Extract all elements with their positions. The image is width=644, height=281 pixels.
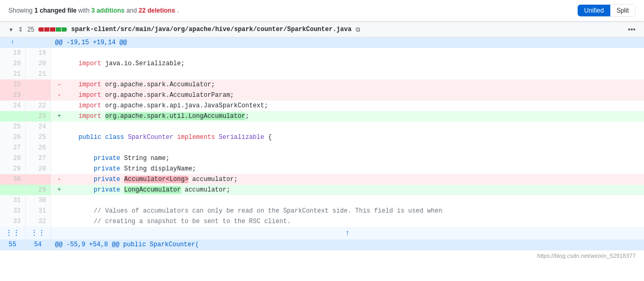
period: . [177,7,178,14]
line-num-left: 27 [0,143,25,153]
comment: // Values of accumulators can only be re… [94,207,442,215]
table-row: 19 19 [0,48,644,58]
table-row: 22 - import org.apache.spark.Accumulator… [0,79,644,90]
table-row: 32 31 // Values of accumulators can only… [0,206,644,216]
expand-row[interactable]: ⋮⋮ ⋮⋮ ↑ [0,227,644,239]
line-num-left: 22 [0,79,25,90]
table-row: 23 + import org.apache.spark.util.LongAc… [0,111,644,122]
sign [55,69,64,79]
sign [55,164,64,174]
line-num-left: 25 [0,122,25,132]
unified-button[interactable]: Unified [578,5,610,16]
line-content: private String displayName; [51,164,644,174]
keyword: private [94,176,120,183]
line-content [51,143,644,153]
sign [55,195,64,206]
additions-count: 3 additions [91,7,124,14]
line-content: - private Accumulator<Long> accumulator; [51,174,644,185]
table-row: 23 - import org.apache.spark.Accumulator… [0,90,644,101]
expand-up-btn[interactable]: ↑ [51,227,644,239]
bottom-bar: https://blog.csdn.net/weixin_52918377 [0,250,644,261]
and-label: and [126,7,138,14]
line-num-right: 21 [25,69,51,79]
hunk-info: @@ -19,15 +19,14 @@ [51,37,644,48]
keyword: import [78,102,101,109]
line-num-right: 25 [25,132,51,143]
line-num-right: 26 [25,143,51,153]
table-row: 21 21 [0,69,644,79]
line-num-right [25,90,51,101]
hunk-footer-row: 55 54 @@ -55,9 +54,8 @@ public SparkCoun… [0,239,644,250]
keyword: private [94,165,120,173]
line-num-left: 23 [0,90,25,101]
hunk-footer-info: @@ -55,9 +54,8 @@ public SparkCounter( [51,239,644,250]
view-toggle: Unified Split [577,4,636,17]
type-name: Serializable [219,134,264,141]
sign [55,48,64,58]
line-content: private String name; [51,153,644,164]
line-num-right: 29 [25,185,51,195]
line-num-right: 20 [25,58,51,69]
expand-up2-icon[interactable]: ⋮⋮ [25,227,51,239]
line-content [51,48,644,58]
highlight: org.apache.spark.util.LongAccumulator [105,113,245,120]
sign [55,143,64,153]
diff-badge [38,27,67,32]
sign [55,101,64,111]
line-content: - import org.apache.spark.AccumulatorPar… [51,90,644,101]
line-content [51,69,644,79]
line-num-left: 19 [0,48,25,58]
file-header: ▼ ⇕ 25 spark-client/src/main/java/org/ap… [0,22,644,37]
deletions-count: 22 deletions [138,7,175,14]
keyword: implements [177,134,215,141]
copy-icon[interactable]: ⧉ [356,26,360,33]
keyword: public [78,134,101,141]
sign [55,206,64,216]
move-icon: ⇕ [18,26,23,33]
changed-count: 1 changed file [34,7,76,14]
line-num-right: 27 [25,153,51,164]
keyword: import [78,92,101,99]
line-content: // Values of accumulators can only be re… [51,206,644,216]
table-row: 24 22 import org.apache.spark.api.java.J… [0,101,644,111]
line-num-left: 31 [0,195,25,206]
sign: + [55,111,64,122]
collapse-icon[interactable]: ▼ [8,27,14,33]
file-header-left: ▼ ⇕ 25 spark-client/src/main/java/org/ap… [8,26,623,33]
file-path: spark-client/src/main/java/org/apache/hi… [71,26,351,33]
line-num-right: 31 [25,206,51,216]
summary-text: Showing 1 changed file with 3 additions … [8,7,179,14]
keyword: import [78,60,101,67]
expand-up-icon[interactable]: ↑ [0,37,25,48]
sign: + [55,185,64,195]
sign: - [55,90,64,101]
keyword: private [94,186,120,194]
table-row: 26 25 public class SparkCounter implemen… [0,132,644,143]
diff-table: ↑ @@ -19,15 +19,14 @@ 19 19 20 20 import… [0,37,644,250]
sign [55,122,64,132]
table-row: 29 + private LongAccumulator accumulator… [0,185,644,195]
expand-down-icon[interactable]: ⋮⋮ [0,227,25,239]
change-count-badge-label: 25 [27,26,34,33]
line-num-right: 32 [25,216,51,227]
line-content: import org.apache.spark.api.java.JavaSpa… [51,101,644,111]
sign [55,58,64,69]
sign: - [55,174,64,185]
line-content: - import org.apache.spark.Accumulator; [51,79,644,90]
line-content [51,195,644,206]
top-bar: Showing 1 changed file with 3 additions … [0,0,644,22]
line-content: import java.io.Serializable; [51,58,644,69]
line-num-right: 22 [25,101,51,111]
line-content [51,122,644,132]
split-button[interactable]: Split [610,5,635,16]
more-options-icon[interactable]: ••• [628,25,636,34]
showing-label: Showing [8,7,34,14]
line-num-bottom-right: 54 [25,239,51,250]
keyword: private [94,155,120,162]
line-num-left: 29 [0,164,25,174]
table-row: 27 26 [0,143,644,153]
line-num-left: 30 [0,174,25,185]
keyword: import [78,113,101,120]
line-num-right: 28 [25,164,51,174]
line-num-right: 19 [25,48,51,58]
